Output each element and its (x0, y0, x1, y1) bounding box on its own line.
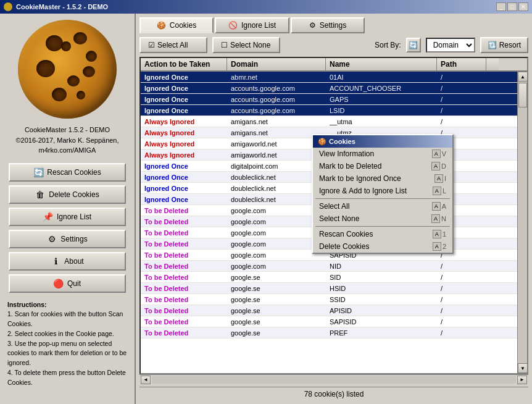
cell-domain: doubleclick.net (227, 194, 326, 204)
cell-name: id (326, 183, 437, 193)
cell-domain: google.com (227, 216, 326, 227)
title-bar-left: CookieMaster - 1.5.2 - DEMO (4, 2, 108, 11)
settings-button[interactable]: ⚙ Settings (9, 230, 126, 248)
table-row[interactable]: Always Ignored amigans.net __utma / (141, 116, 527, 127)
instructions: Instructions: 1. Scan for cookies with t… (5, 297, 130, 392)
tab-cookies[interactable]: 🍪 Cookies (139, 17, 214, 33)
table-row[interactable]: Ignored Once doubleclick.net id / (141, 183, 527, 194)
select-all-button[interactable]: ☑ Select All (139, 37, 207, 53)
table-row[interactable]: To be Deleted google.com APISID / (141, 238, 527, 250)
ignore-icon: 📌 (43, 212, 53, 222)
cell-action: Always Ignored (141, 149, 227, 160)
settings-icon: ⚙ (47, 234, 57, 244)
close-button[interactable]: ✕ (518, 2, 528, 11)
toolbar: ☑ Select All ☐ Select None Sort By: 🔄 Do… (139, 37, 528, 53)
cell-domain: google.se (227, 327, 326, 338)
table-row[interactable]: To be Deleted google.com NID / (141, 261, 527, 272)
table-row[interactable]: To be Deleted google.se SSID / (141, 294, 527, 305)
table-row[interactable]: Ignored Once abmr.net 01AI / (141, 72, 527, 83)
header-name: Name (326, 58, 437, 70)
table-row[interactable]: Ignored Once digitalpoint.com __cfduid / (141, 161, 527, 172)
cell-name: __utma (326, 116, 437, 127)
table-row[interactable]: To be Deleted google.com SAPISID / (141, 250, 527, 261)
cell-name: HSID (326, 216, 437, 227)
cell-domain: google.se (227, 272, 326, 282)
cell-path: / (437, 261, 486, 271)
rescan-cookies-button[interactable]: 🔄 Rescan Cookies (9, 163, 126, 182)
cell-path: / (437, 272, 486, 282)
rescan-icon: 🔄 (33, 167, 43, 177)
table-row[interactable]: Ignored Once doubleclick.net DSID / (141, 172, 527, 183)
scroll-down-button[interactable]: ▼ (518, 363, 528, 373)
cookies-tab-icon: 🍪 (157, 21, 166, 30)
table-row[interactable]: To be Deleted google.se PREF / (141, 327, 527, 339)
table-body: Ignored Once abmr.net 01AI / Ignored Onc… (141, 72, 527, 373)
minimize-button[interactable]: _ (496, 2, 506, 11)
cell-action: To be Deleted (141, 227, 227, 238)
ignore-list-button[interactable]: 📌 Ignore List (9, 208, 126, 226)
table-row[interactable]: Ignored Once accounts.google.com ACCOUNT… (141, 83, 527, 94)
cell-domain: google.com (227, 261, 326, 271)
cell-action: To be Deleted (141, 250, 227, 260)
website: m4rko.com/AMIGA (39, 146, 96, 154)
cell-action: Always Ignored (141, 138, 227, 149)
sort-dropdown[interactable]: Domain Name Action (426, 38, 475, 53)
table-row[interactable]: Ignored Once doubleclick.net IDE / (141, 194, 527, 205)
cell-action: Ignored Once (141, 194, 227, 204)
maximize-button[interactable]: □ (507, 2, 517, 11)
tab-settings[interactable]: ⚙ Settings (291, 17, 365, 33)
quit-icon: 🔴 (54, 279, 64, 288)
scroll-up-button[interactable]: ▲ (518, 72, 528, 82)
select-all-icon: ☑ (148, 41, 155, 49)
scroll-left-button[interactable]: ◄ (141, 376, 151, 384)
table-row[interactable]: Always Ignored amigaworld.net __utmz / (141, 149, 527, 161)
main-window: CookieMaster 1.5.2 - DEMO ©2016-2017, Ma… (0, 14, 532, 404)
copyright: ©2016-2017, Marko K. Seppänen, (15, 137, 118, 144)
cell-domain: google.se (227, 305, 326, 316)
cell-name: LSID (326, 105, 437, 116)
cell-name: GAPS (326, 94, 437, 104)
cookie-table: Action to be Taken Domain Name Path Igno… (139, 57, 528, 374)
table-row[interactable]: To be Deleted google.se APISID / (141, 305, 527, 316)
cell-domain: google.com (227, 238, 326, 249)
table-row[interactable]: Ignored Once accounts.google.com GAPS / (141, 94, 527, 105)
scroll-thumb[interactable] (518, 83, 527, 107)
cell-path: / (437, 294, 486, 305)
table-row[interactable]: To be Deleted google.se HSID / (141, 283, 527, 294)
table-row[interactable]: To be Deleted google.com HSID / (141, 216, 527, 227)
table-row[interactable]: Always Ignored amigans.net __utmz / (141, 127, 527, 138)
table-row[interactable]: To be Deleted google.com SSID / (141, 227, 527, 238)
sort-refresh-button[interactable]: 🔄 (406, 38, 421, 53)
table-row[interactable]: Always Ignored amigaworld.net __utma / (141, 138, 527, 149)
cell-path: / (437, 183, 486, 193)
cell-path: / (437, 161, 486, 171)
resort-button[interactable]: 🔃 Resort (480, 37, 528, 53)
delete-cookies-button[interactable]: 🗑 Delete Cookies (9, 185, 126, 204)
select-none-button[interactable]: ☐ Select None (212, 37, 280, 53)
cell-path: / (437, 238, 486, 249)
cell-name: __utmz (326, 127, 437, 138)
cell-action: To be Deleted (141, 272, 227, 282)
tab-ignore-list[interactable]: 🚫 Ignore List (215, 17, 289, 33)
table-row[interactable]: To be Deleted google.se SID / (141, 272, 527, 283)
cell-name: IDE (326, 194, 437, 204)
right-panel: 🍪 Cookies 🚫 Ignore List ⚙ Settings ☑ Sel… (136, 14, 532, 404)
table-row[interactable]: To be Deleted google.com SID / (141, 205, 527, 216)
cell-name: __utmz (326, 149, 437, 160)
cell-path: / (437, 283, 486, 293)
resort-icon: 🔃 (488, 41, 497, 49)
table-row[interactable]: To be Deleted google.se SAPISID / (141, 316, 527, 327)
cell-action: Always Ignored (141, 116, 227, 127)
cell-name: SSID (326, 294, 437, 305)
app-icon (4, 2, 12, 11)
scroll-right-button[interactable]: ► (517, 376, 527, 384)
cell-action: Ignored Once (141, 72, 227, 82)
cell-name: PREF (326, 327, 437, 338)
cell-path: / (437, 227, 486, 238)
about-button[interactable]: ℹ About (9, 252, 126, 271)
quit-button[interactable]: 🔴 Quit (9, 274, 126, 293)
about-icon: ℹ (51, 256, 60, 266)
cell-name: SAPISID (326, 250, 437, 260)
table-row[interactable]: Ignored Once accounts.google.com LSID / (141, 105, 527, 116)
cell-action: Ignored Once (141, 105, 227, 116)
